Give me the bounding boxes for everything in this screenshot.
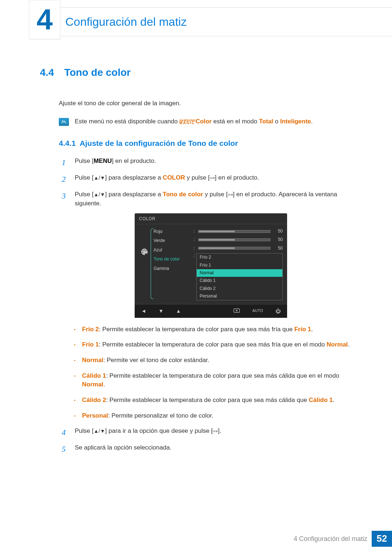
- osd-slider-rojo: : 50: [193, 227, 283, 235]
- svg-point-7: [232, 194, 232, 195]
- desc-frio2: Frío 2: Permite establecer la temperatur…: [74, 325, 363, 334]
- up-down-arrow-icon: ▲/▼: [94, 175, 105, 181]
- svg-rect-4: [228, 194, 230, 196]
- osd-row-gamma-label: Gamma: [154, 264, 190, 273]
- svg-text:/: /: [212, 177, 213, 179]
- osd-tone-options: Frío 2 Frío 1 Normal Cálido 1 Cálido 2 P…: [196, 253, 283, 300]
- osd-screenshot: COLOR Rojo Verde Azul Tono de color Gamm…: [59, 213, 363, 318]
- note-icon: [59, 118, 69, 126]
- menu-button-label: MENU: [94, 157, 112, 164]
- step-1: 1 Pulse [MENU] en el producto.: [62, 157, 363, 168]
- footer-chapter-label: 4 Configuración del matiz: [294, 534, 367, 543]
- section-title: Tono de color: [64, 67, 131, 78]
- svg-point-9: [144, 250, 145, 251]
- chapter-title: Configuración del matiz: [65, 13, 187, 30]
- svg-point-10: [146, 250, 147, 251]
- svg-text:/: /: [215, 430, 216, 432]
- up-down-arrow-icon: ▲/▼: [94, 192, 105, 197]
- osd-footer-down-icon: ▼: [159, 307, 164, 315]
- option-descriptions: Frío 2: Permite establecer la temperatur…: [74, 325, 363, 420]
- footer-page-number: 52: [372, 531, 392, 547]
- osd-slider-azul: : 50: [193, 244, 283, 253]
- palette-icon: [140, 247, 149, 258]
- chapter-number: 4: [37, 5, 53, 34]
- svg-point-3: [213, 178, 214, 178]
- osd-title: COLOR: [135, 213, 287, 224]
- step-2: 2 Pulse [▲/▼] para desplazarse a COLOR y…: [62, 173, 363, 185]
- section-number: 4.4: [40, 67, 54, 78]
- desc-calido1: Cálido 1: Permite establecer la temperat…: [74, 372, 363, 389]
- up-down-arrow-icon: ▲/▼: [94, 428, 105, 434]
- subsection-number: 4.4.1: [59, 139, 76, 147]
- enter-source-icon: /: [210, 173, 215, 182]
- enter-source-icon: /: [228, 190, 233, 199]
- desc-frio1: Frío 1: Permite establecer la temperatur…: [74, 340, 363, 349]
- subsection-heading: 4.4.1 Ajuste de la configuración de Tono…: [59, 138, 363, 149]
- intro-text: Ajuste el tono de color general de la im…: [59, 99, 363, 108]
- svg-text:/: /: [230, 194, 231, 196]
- osd-row-tono-label: Tono de color: [154, 255, 190, 264]
- desc-calido2: Cálido 2: Permite establecer la temperat…: [74, 396, 363, 405]
- svg-point-17: [217, 431, 217, 432]
- samsung-magic-label: SAMSUNGMAGIC: [179, 119, 195, 124]
- desc-normal: Normal: Permite ver el tono de color est…: [74, 356, 363, 365]
- page-footer: 4 Configuración del matiz 52: [0, 531, 392, 547]
- desc-personal: Personal: Permite personalizar el tono d…: [74, 411, 363, 420]
- subsection-title: Ajuste de la configuración de Tono de co…: [80, 139, 238, 147]
- osd-footer-power-icon: ⏻: [275, 307, 281, 315]
- svg-point-8: [143, 250, 144, 251]
- enter-source-icon: /: [213, 427, 218, 436]
- osd-row-azul-label: Azul: [154, 246, 190, 255]
- osd-row-rojo-label: Rojo: [154, 227, 190, 236]
- section-heading: 4.4Tono de color: [40, 65, 363, 80]
- osd-option-normal: Normal: [197, 269, 282, 277]
- step-4: 4 Pulse [▲/▼] para ir a la opción que de…: [62, 427, 363, 438]
- osd-footer: ◄ ▼ ▲ AUTO ⏻: [135, 304, 287, 317]
- step-5: 5 Se aplicará la opción seleccionada.: [62, 443, 363, 455]
- svg-point-13: [236, 310, 237, 311]
- osd-option-calido1: Cálido 1: [197, 277, 282, 284]
- osd-footer-left-icon: ◄: [141, 307, 146, 315]
- svg-rect-14: [213, 431, 215, 432]
- note-row: Este menú no está disponible cuando SAMS…: [59, 117, 363, 126]
- osd-option-calido2: Cálido 2: [197, 285, 282, 292]
- page-content: 4.4Tono de color Ajuste el tono de color…: [40, 65, 363, 460]
- osd-row-verde-label: Verde: [154, 236, 190, 245]
- osd-slider-verde: : 50: [193, 235, 283, 244]
- note-text: Este menú no está disponible cuando SAMS…: [75, 117, 313, 126]
- steps-list: 1 Pulse [MENU] en el producto. 2 Pulse […: [62, 157, 363, 208]
- osd-option-personal: Personal: [197, 292, 282, 300]
- osd-footer-auto-label: AUTO: [252, 308, 263, 314]
- step-3: 3 Pulse [▲/▼] para desplazarse a Tono de…: [62, 190, 363, 208]
- osd-footer-enter-icon: [233, 307, 240, 315]
- chapter-header: Configuración del matiz: [29, 7, 392, 36]
- osd-footer-up-icon: ▲: [176, 307, 181, 315]
- osd-option-frio1: Frío 1: [197, 262, 282, 269]
- chapter-badge: 4: [29, 0, 60, 39]
- osd-option-frio2: Frío 2: [197, 254, 282, 261]
- svg-rect-0: [210, 177, 212, 179]
- svg-point-11: [142, 252, 143, 253]
- steps-list-continued: 4 Pulse [▲/▼] para ir a la opción que de…: [62, 427, 363, 455]
